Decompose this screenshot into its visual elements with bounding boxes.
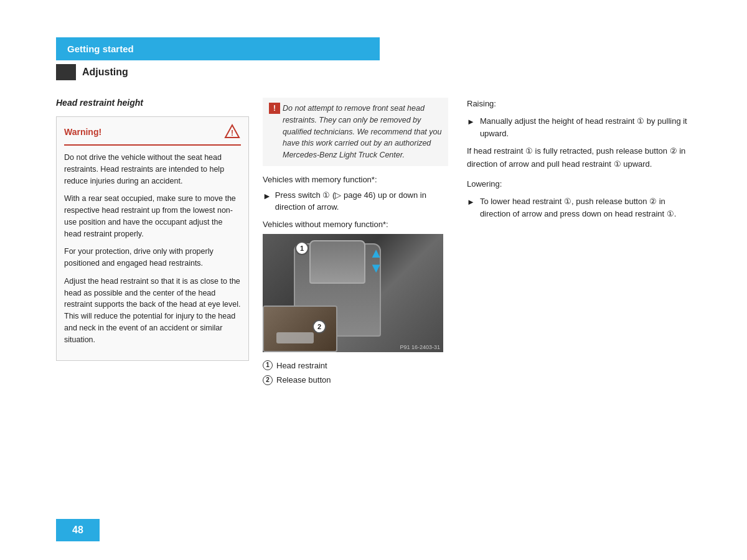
- middle-column: ! Do not attempt to remove front seat he…: [249, 98, 448, 388]
- legend-label-1: Head restraint: [276, 358, 327, 373]
- inset-image: [263, 306, 337, 352]
- left-column: Head restraint height Warning! ! Do not …: [56, 98, 249, 388]
- warning-label: Warning!: [64, 127, 101, 137]
- section-header: Getting started: [56, 37, 380, 60]
- caution-notice: ! Do not attempt to remove front seat he…: [263, 98, 448, 166]
- legend-num-2: 2: [263, 375, 273, 385]
- car-image-bg: ▲ ▼ 1 2 P91 16-2403-31: [263, 234, 443, 352]
- section-title: Adjusting: [82, 67, 128, 78]
- warning-box: Warning! ! Do not drive the vehicle with…: [56, 116, 249, 361]
- photo-id: P91 16-2403-31: [400, 344, 440, 350]
- warning-para-3: For your protection, drive only with pro…: [64, 246, 241, 269]
- page-footer: 48: [56, 519, 100, 541]
- main-content: Head restraint height Warning! ! Do not …: [56, 98, 691, 388]
- warning-para-4: Adjust the head restraint so that it is …: [64, 276, 241, 346]
- arrow-down-icon: ▼: [369, 261, 383, 275]
- warning-para-1: Do not drive the vehicle without the sea…: [64, 152, 241, 187]
- image-legend: 1 Head restraint 2 Release button: [263, 358, 448, 388]
- lowering-text: To lower head restraint ①, push release …: [480, 195, 691, 220]
- badge-1: 1: [295, 241, 309, 255]
- raising-text: Manually adjust the height of head restr…: [480, 115, 691, 140]
- header-title: Getting started: [67, 44, 134, 54]
- with-memory-instruction: ► Press switch ① (▷ page 46) up or down …: [263, 189, 448, 213]
- svg-text:!: !: [231, 129, 233, 138]
- raising-sub-text: If head restraint ① is fully retracted, …: [467, 145, 691, 170]
- raising-instruction: ► Manually adjust the height of head res…: [467, 115, 691, 140]
- caution-text: Do not attempt to remove front seat head…: [283, 103, 442, 161]
- legend-label-2: Release button: [276, 373, 331, 387]
- car-image: ▲ ▼ 1 2 P91 16-2403-31: [263, 234, 443, 352]
- lowering-label: Lowering:: [467, 178, 691, 190]
- lowering-arrow-icon: ►: [467, 196, 475, 208]
- with-memory-heading: Vehicles with memory function*:: [263, 175, 448, 184]
- section-bar: Adjusting: [56, 60, 747, 84]
- head-restraint-title: Head restraint height: [56, 98, 249, 108]
- right-column: Raising: ► Manually adjust the height of…: [448, 98, 691, 388]
- arrow-up-icon: ▲: [369, 246, 383, 260]
- warning-triangle-icon: !: [223, 123, 241, 141]
- section-color-bar: [56, 64, 76, 80]
- legend-item-2: 2 Release button: [263, 373, 448, 387]
- without-memory-heading: Vehicles without memory function*:: [263, 220, 448, 229]
- release-button-shape: [276, 332, 314, 343]
- legend-num-1: 1: [263, 360, 273, 370]
- lowering-instruction: ► To lower head restraint ①, push releas…: [467, 195, 691, 220]
- warning-header: Warning! !: [64, 123, 241, 146]
- badge-2: 2: [312, 320, 326, 334]
- raising-label: Raising:: [467, 98, 691, 110]
- raising-arrow-icon: ►: [467, 116, 475, 128]
- with-memory-text: Press switch ① (▷ page 46) up or down in…: [275, 189, 448, 213]
- warning-para-2: With a rear seat occupied, make sure to …: [64, 193, 241, 240]
- caution-icon: !: [269, 103, 280, 114]
- arrow-right-icon: ►: [263, 190, 271, 203]
- page-number: 48: [72, 525, 83, 536]
- legend-item-1: 1 Head restraint: [263, 358, 448, 373]
- head-restraint-shape: ▲ ▼: [309, 240, 365, 284]
